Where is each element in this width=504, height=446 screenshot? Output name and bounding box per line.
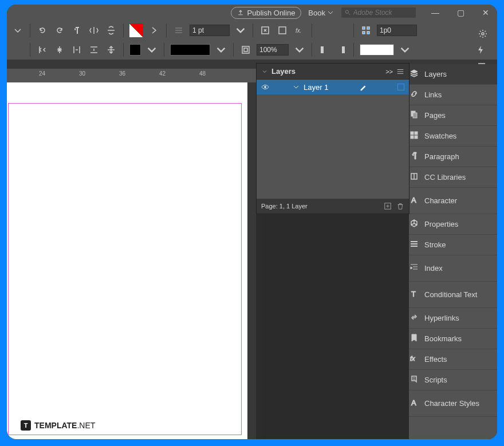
layer-row[interactable]: Layer 1: [257, 80, 409, 94]
swatch-white[interactable]: [360, 44, 394, 56]
color-swatch-black[interactable]: [129, 44, 141, 56]
bolt-icon[interactable]: [474, 44, 487, 56]
constrain-icon[interactable]: [360, 24, 372, 37]
upload-icon: [237, 9, 244, 16]
chevron-down-icon[interactable]: [293, 84, 299, 90]
zoom-input[interactable]: [257, 44, 289, 56]
panel-links[interactable]: Links: [404, 85, 497, 105]
svg-point-11: [482, 33, 484, 35]
visibility-icon[interactable]: [261, 83, 269, 91]
maximize-button[interactable]: ▢: [452, 8, 468, 17]
fill-swatch[interactable]: [129, 23, 143, 37]
document-canvas[interactable]: T TEMPLATE.NET: [7, 82, 247, 439]
horizontal-ruler[interactable]: 24 30 36 42 48: [7, 69, 256, 82]
swatch-white-dd[interactable]: [399, 44, 411, 56]
layers-panel[interactable]: Layers >> Layer 1 Page: 1, 1 Layer: [256, 63, 410, 214]
panel-label: Links: [424, 90, 442, 99]
autofit-content-icon[interactable]: [239, 44, 252, 56]
flip-v-icon[interactable]: [105, 24, 117, 37]
stroke-weight-input[interactable]: [190, 25, 230, 36]
search-icon: [345, 9, 351, 16]
book-icon: [410, 172, 419, 183]
panel-label: Effects: [424, 355, 447, 364]
panel-layers[interactable]: Layers: [404, 64, 497, 85]
rotate-cw-icon[interactable]: [53, 24, 66, 37]
zoom-dd[interactable]: [293, 44, 306, 56]
panel-pages[interactable]: Pages: [404, 105, 497, 126]
align-left-icon[interactable]: [318, 24, 330, 37]
dropdown-button[interactable]: [11, 24, 24, 37]
collapse-icon[interactable]: >>: [385, 68, 393, 75]
gear-icon[interactable]: [477, 27, 489, 40]
panel-label: Hyperlinks: [424, 314, 459, 322]
new-layer-icon[interactable]: [384, 202, 392, 210]
panel-scripts[interactable]: Scripts: [404, 370, 497, 390]
publish-online-button[interactable]: Publish Online: [231, 7, 302, 19]
grid-icon: [410, 131, 419, 141]
field-input[interactable]: [377, 25, 417, 36]
panel-conditional[interactable]: TConditional Text: [404, 282, 497, 308]
stroke-weight-dd[interactable]: [234, 24, 247, 37]
control-bar: fx.: [7, 21, 497, 60]
minimize-button[interactable]: —: [427, 8, 443, 17]
align-center-icon[interactable]: [335, 24, 348, 37]
layer-select-box[interactable]: [397, 84, 404, 90]
frame-fit-icon[interactable]: [259, 24, 271, 37]
trash-icon[interactable]: [396, 202, 404, 210]
fx-icon[interactable]: fx.: [293, 24, 306, 37]
ruler-label: 42: [159, 70, 166, 77]
panel-paragraph[interactable]: Paragraph: [404, 147, 497, 167]
align-key-icon[interactable]: [105, 44, 117, 56]
panel-label: CC Libraries: [424, 173, 466, 181]
layers-status: Page: 1, 1 Layer: [261, 203, 308, 210]
panel-properties[interactable]: Properties: [404, 214, 497, 235]
ruler-label: 24: [39, 70, 45, 77]
rotate-ccw-icon[interactable]: [36, 24, 49, 37]
panel-bookmarks[interactable]: Bookmarks: [404, 329, 497, 349]
svg-rect-7: [367, 31, 369, 34]
search-input[interactable]: [353, 9, 412, 17]
svg-rect-2: [279, 27, 286, 34]
panel-character[interactable]: ACharacter: [404, 188, 497, 214]
stroke-style-dd[interactable]: [215, 44, 227, 56]
panel-charstyles[interactable]: ACharacter Styles: [404, 390, 497, 417]
distribute-h-icon[interactable]: [70, 44, 83, 56]
cube-icon: [410, 219, 419, 230]
stroke-style-swatch[interactable]: [170, 44, 210, 56]
close-button[interactable]: ✕: [478, 8, 494, 17]
panel-menu-icon[interactable]: [396, 68, 404, 76]
A-icon: A: [410, 195, 419, 206]
svg-rect-15: [413, 113, 417, 118]
panel-cc[interactable]: CC Libraries: [404, 167, 497, 188]
stock-search[interactable]: [341, 7, 416, 18]
paragraph-direction-icon[interactable]: [70, 24, 83, 37]
panel-effects[interactable]: fxEffects: [404, 349, 497, 370]
window-controls: — ▢ ✕: [427, 8, 494, 17]
distribute-v-icon[interactable]: [88, 44, 100, 56]
workspace-switcher[interactable]: Book: [308, 9, 333, 17]
panel-label: Character Styles: [424, 399, 479, 408]
align-edge-left-icon[interactable]: [36, 44, 49, 56]
layers-panel-header[interactable]: Layers >>: [257, 64, 409, 80]
text-wrap-left-icon[interactable]: [318, 44, 330, 56]
layers-icon: [410, 69, 419, 80]
panel-label: Conditional Text: [424, 290, 477, 299]
align-edge-center-icon[interactable]: [53, 44, 66, 56]
panel-stroke[interactable]: Stroke: [404, 235, 497, 255]
panel-swatches[interactable]: Swatches: [404, 126, 497, 147]
svg-rect-16: [411, 132, 414, 135]
work-area: 24 30 36 42 48 T TEMPLATE.NET Layers: [7, 64, 497, 439]
canvas-zone: 24 30 36 42 48 T TEMPLATE.NET: [7, 64, 256, 439]
layer-name: Layer 1: [304, 83, 328, 92]
panel-hyperlinks[interactable]: Hyperlinks: [404, 308, 497, 329]
panel-index[interactable]: Index: [404, 255, 497, 282]
swatch-menu[interactable]: [148, 24, 160, 37]
text-wrap-right-icon[interactable]: [335, 44, 348, 56]
pasteboard: [262, 214, 409, 439]
fx-icon: fx: [410, 354, 419, 365]
flip-h-icon[interactable]: [88, 24, 100, 37]
pen-icon[interactable]: [359, 83, 367, 91]
frame-icon[interactable]: [276, 24, 289, 37]
color-dd[interactable]: [145, 44, 158, 56]
panel-label: Character: [424, 196, 457, 205]
